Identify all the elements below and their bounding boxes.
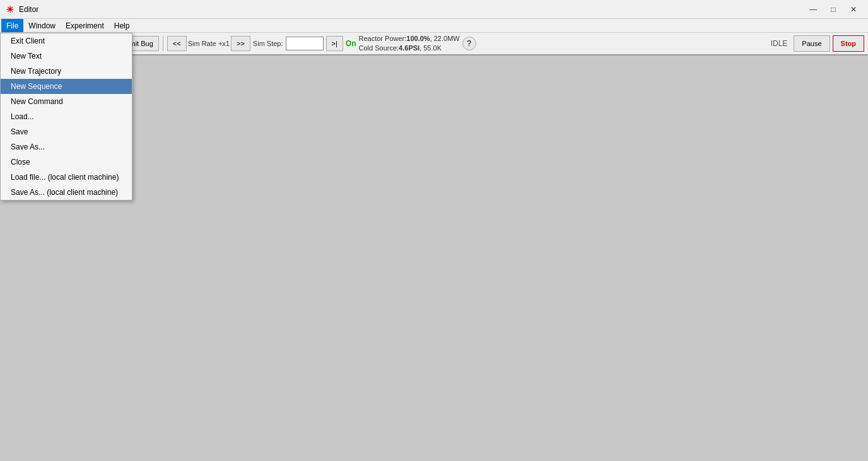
- reactor-power-value: 100.0%: [406, 35, 430, 42]
- sim-step-input[interactable]: [286, 37, 324, 50]
- cold-source-value: 4.6PSI: [399, 44, 419, 52]
- menu-load[interactable]: Load...: [1, 109, 132, 124]
- file-dropdown-menu: Exit Client New Text New Trajectory New …: [0, 33, 132, 201]
- menu-file[interactable]: File: [1, 19, 23, 32]
- menu-close[interactable]: Close: [1, 155, 132, 170]
- reactor-power-label: Reactor Power:: [359, 35, 407, 42]
- menu-save-as[interactable]: Save As...: [1, 139, 132, 155]
- sim-rate-back-button[interactable]: <<: [167, 36, 187, 51]
- menu-window[interactable]: Window: [23, 19, 61, 32]
- app-icon: ✳: [5, 4, 15, 15]
- menu-load-file-local[interactable]: Load file... (local client machine): [1, 170, 132, 185]
- minimize-button[interactable]: —: [804, 3, 823, 16]
- sim-rate-group: << Sim Rate +x1 >>: [167, 36, 250, 51]
- maximize-button[interactable]: □: [824, 3, 843, 16]
- sim-rate-forward-button[interactable]: >>: [231, 36, 250, 51]
- menu-save-as-local[interactable]: Save As... (local client machine): [1, 185, 132, 200]
- menu-new-text[interactable]: New Text: [1, 49, 132, 64]
- sim-rate-label: Sim Rate +x1: [188, 40, 230, 47]
- cold-source-label: Cold Source:: [359, 44, 399, 52]
- title-bar: ✳ Editor — □ ✕: [0, 0, 868, 19]
- menu-new-sequence[interactable]: New Sequence: [1, 79, 132, 94]
- menu-new-trajectory[interactable]: New Trajectory: [1, 64, 132, 79]
- menu-exit-client[interactable]: Exit Client: [1, 33, 132, 49]
- reactor-power-mw: , 22.0MW: [430, 35, 460, 42]
- sim-step-forward-button[interactable]: >|: [326, 36, 343, 51]
- app-title: Editor: [19, 5, 38, 14]
- help-button[interactable]: ?: [462, 37, 476, 50]
- stop-button[interactable]: Stop: [833, 35, 864, 52]
- menu-save[interactable]: Save: [1, 124, 132, 139]
- sim-step-label: Sim Step:: [253, 40, 283, 47]
- reactor-info: Reactor Power:100.0%, 22.0MW Cold Source…: [359, 34, 460, 54]
- menu-experiment[interactable]: Experiment: [61, 19, 109, 32]
- cold-source-temp: , 55.0K: [419, 44, 442, 52]
- menu-help[interactable]: Help: [109, 19, 135, 32]
- window-controls: — □ ✕: [804, 3, 863, 16]
- close-button[interactable]: ✕: [844, 3, 863, 16]
- divider-1: [163, 36, 163, 51]
- idle-status: IDLE: [771, 39, 788, 48]
- menu-new-command[interactable]: New Command: [1, 94, 132, 109]
- on-status: On: [346, 39, 356, 48]
- pause-button[interactable]: Pause: [794, 35, 830, 52]
- menu-bar: File Window Experiment Help: [0, 19, 868, 33]
